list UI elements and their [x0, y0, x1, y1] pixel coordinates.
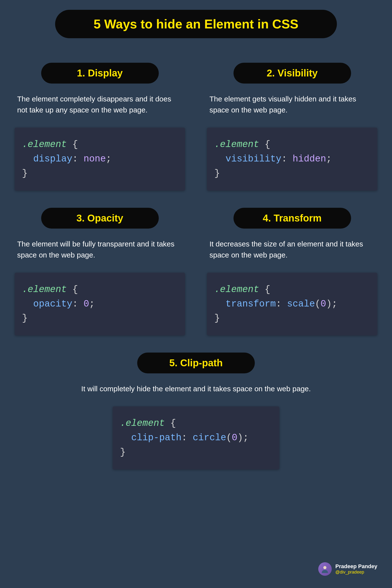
code-property: display [33, 154, 72, 164]
code-value: 0 [84, 299, 89, 309]
code-func: circle [192, 432, 226, 443]
section-description: It decreases the size of an element and … [207, 238, 377, 260]
code-property: transform [226, 299, 276, 309]
code-brace: { [264, 139, 270, 150]
code-brace: { [264, 284, 270, 295]
section-description: The element gets visually hidden and it … [207, 93, 377, 116]
code-func: scale [287, 299, 315, 309]
author-footer: Pradeep Pandey @div_pradeep [318, 562, 377, 576]
code-brace: { [170, 418, 176, 428]
code-selector: .element [22, 139, 67, 150]
section-clippath: 5. Clip-path It will completely hide the… [15, 352, 377, 470]
section-description: It will completely hide the element and … [79, 383, 313, 394]
page-title: 5 Ways to hide an Element in CSS [55, 10, 337, 38]
code-brace: } [22, 168, 28, 178]
code-property: visibility [226, 154, 282, 164]
code-arg: 0 [232, 432, 238, 443]
code-brace: } [120, 447, 126, 458]
section-heading: 4. Transform [234, 208, 351, 228]
author-handle: @div_pradeep [336, 570, 377, 575]
code-block: .element { transform: scale(0); } [207, 273, 377, 336]
code-value: hidden [292, 154, 326, 164]
section-heading: 2. Visibility [234, 63, 351, 84]
code-brace: } [214, 313, 220, 324]
code-arg: 0 [320, 299, 326, 309]
section-description: The element will be fully transparent an… [15, 238, 185, 260]
code-selector: .element [22, 284, 67, 295]
section-heading: 1. Display [41, 63, 159, 84]
section-opacity: 3. Opacity The element will be fully tra… [15, 208, 185, 336]
code-selector: .element [214, 284, 259, 295]
author-text: Pradeep Pandey @div_pradeep [336, 563, 377, 575]
code-brace: } [214, 168, 220, 178]
code-block: .element { opacity: 0; } [15, 273, 185, 336]
code-block: .element { visibility: hidden; } [207, 128, 377, 190]
section-description: The element completely disappears and it… [15, 93, 185, 116]
code-block: .element { clip-path: circle(0); } [113, 406, 279, 470]
section-visibility: 2. Visibility The element gets visually … [207, 63, 377, 190]
code-block: .element { display: none; } [15, 128, 185, 190]
section-heading: 3. Opacity [41, 208, 159, 228]
code-property: clip-path [131, 432, 182, 443]
author-avatar [318, 562, 332, 576]
section-transform: 4. Transform It decreases the size of an… [207, 208, 377, 336]
code-selector: .element [120, 418, 165, 428]
code-property: opacity [33, 299, 72, 309]
code-selector: .element [214, 139, 259, 150]
section-display: 1. Display The element completely disapp… [15, 63, 185, 190]
code-value: none [84, 154, 106, 164]
code-brace: } [22, 313, 28, 324]
svg-point-0 [324, 566, 326, 569]
author-name: Pradeep Pandey [336, 563, 377, 570]
section-heading: 5. Clip-path [137, 352, 255, 374]
sections-grid: 1. Display The element completely disapp… [7, 63, 385, 470]
code-brace: { [72, 139, 78, 150]
code-brace: { [72, 284, 78, 295]
